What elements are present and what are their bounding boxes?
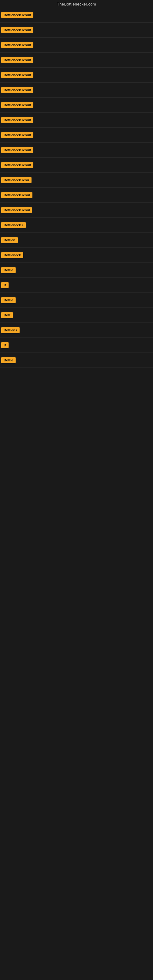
bottleneck-badge-17[interactable]: Bottleneck xyxy=(1,252,23,258)
badge-row-1: Bottleneck result xyxy=(0,8,153,23)
badge-row-14: Bottleneck resul xyxy=(0,203,153,218)
bottleneck-badge-3[interactable]: Bottleneck result xyxy=(1,42,33,48)
badge-row-5: Bottleneck result xyxy=(0,68,153,83)
badge-row-9: Bottleneck result xyxy=(0,128,153,143)
bottleneck-badge-2[interactable]: Bottleneck result xyxy=(1,27,33,33)
badge-row-7: Bottleneck result xyxy=(0,98,153,113)
badge-row-19: B xyxy=(0,278,153,293)
badge-row-3: Bottleneck result xyxy=(0,38,153,52)
badge-row-15: Bottleneck r xyxy=(0,218,153,233)
bottleneck-badge-5[interactable]: Bottleneck result xyxy=(1,72,33,78)
badge-row-21: Bott xyxy=(0,308,153,323)
badge-row-20: Bottle xyxy=(0,293,153,308)
bottleneck-badge-8[interactable]: Bottleneck result xyxy=(1,117,33,123)
page-container: TheBottlenecker.com Bottleneck resultBot… xyxy=(0,0,153,980)
bottleneck-badge-18[interactable]: Bottle xyxy=(1,267,16,273)
bottleneck-badge-7[interactable]: Bottleneck result xyxy=(1,102,33,108)
badge-row-18: Bottle xyxy=(0,263,153,278)
badge-row-13: Bottleneck resul xyxy=(0,188,153,203)
bottleneck-badge-13[interactable]: Bottleneck resul xyxy=(1,192,32,198)
badge-row-11: Bottleneck result xyxy=(0,158,153,173)
bottleneck-badge-24[interactable]: Bottle xyxy=(1,357,16,363)
badge-row-4: Bottleneck result xyxy=(0,52,153,68)
bottleneck-badge-20[interactable]: Bottle xyxy=(1,297,16,303)
badge-row-16: Bottlen xyxy=(0,233,153,248)
badge-row-22: Bottlens xyxy=(0,323,153,338)
badge-row-24: Bottle xyxy=(0,353,153,368)
badge-row-12: Bottleneck resu xyxy=(0,173,153,188)
badge-row-6: Bottleneck result xyxy=(0,83,153,98)
badge-row-8: Bottleneck result xyxy=(0,113,153,128)
badge-row-10: Bottleneck result xyxy=(0,143,153,158)
bottleneck-badge-10[interactable]: Bottleneck result xyxy=(1,147,33,153)
bottleneck-badge-4[interactable]: Bottleneck result xyxy=(1,57,33,63)
bottleneck-badge-9[interactable]: Bottleneck result xyxy=(1,132,33,138)
badge-row-23: B xyxy=(0,338,153,353)
bottleneck-badge-6[interactable]: Bottleneck result xyxy=(1,87,33,93)
bottleneck-badge-22[interactable]: Bottlens xyxy=(1,327,19,333)
bottleneck-badge-1[interactable]: Bottleneck result xyxy=(1,12,33,18)
site-title: TheBottlenecker.com xyxy=(0,0,153,8)
badge-row-2: Bottleneck result xyxy=(0,23,153,38)
bottleneck-badge-21[interactable]: Bott xyxy=(1,312,13,318)
bottleneck-badge-23[interactable]: B xyxy=(1,342,9,348)
bottleneck-badge-19[interactable]: B xyxy=(1,282,9,288)
bottleneck-badge-11[interactable]: Bottleneck result xyxy=(1,162,33,168)
bottleneck-badge-15[interactable]: Bottleneck r xyxy=(1,222,26,228)
bottleneck-badge-12[interactable]: Bottleneck resu xyxy=(1,177,32,183)
badges-list: Bottleneck resultBottleneck resultBottle… xyxy=(0,8,153,368)
badge-row-17: Bottleneck xyxy=(0,248,153,263)
bottleneck-badge-14[interactable]: Bottleneck resul xyxy=(1,207,32,213)
bottleneck-badge-16[interactable]: Bottlen xyxy=(1,237,18,243)
